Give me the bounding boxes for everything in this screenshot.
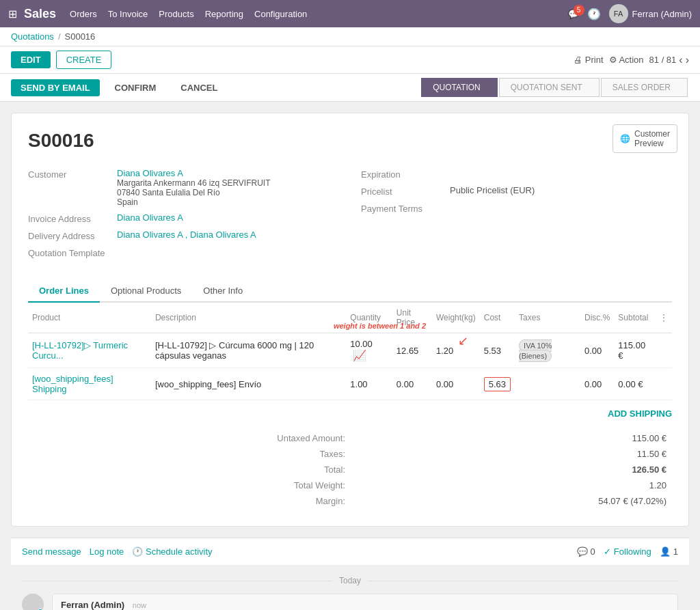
grid-icon[interactable]: ⊞ bbox=[8, 8, 17, 20]
globe-icon: 🌐 bbox=[620, 134, 630, 143]
row2-cost[interactable]: 5.63 bbox=[480, 368, 515, 400]
timeline-content: Ferran (Admin) now Sales Order created bbox=[52, 594, 678, 610]
action-link[interactable]: ⚙ Action bbox=[609, 55, 644, 65]
col-cost: Cost bbox=[480, 303, 515, 333]
summary-table: Untaxed Amount: 115.00 € Taxes: 11.50 € … bbox=[28, 430, 672, 510]
row2-unit-price: 0.00 bbox=[392, 368, 432, 400]
nav-reporting[interactable]: Reporting bbox=[205, 9, 243, 19]
step-sales-order[interactable]: SALES ORDER bbox=[601, 78, 688, 97]
invoice-address-field: Invoice Address Diana Olivares A bbox=[28, 212, 339, 224]
customer-preview-label: CustomerPreview bbox=[634, 129, 670, 148]
col-subtotal: Subtotal bbox=[614, 303, 656, 333]
breadcrumb-current: S00016 bbox=[65, 31, 96, 42]
customer-field: Customer Diana Olivares A Margarita Anke… bbox=[28, 168, 339, 207]
gear-icon: ⚙ bbox=[609, 55, 619, 65]
customer-label: Customer bbox=[28, 168, 117, 180]
pagination-prev[interactable]: ‹ bbox=[679, 54, 682, 66]
row2-disc: 0.00 bbox=[580, 368, 614, 400]
pricelist-value: Public Pricelist (EUR) bbox=[450, 185, 535, 195]
order-table-wrapper: weight is between 1 and 2 ↙ Product Desc… bbox=[28, 303, 672, 400]
followers-count[interactable]: 👤 1 bbox=[660, 546, 678, 557]
row2-taxes bbox=[515, 368, 580, 400]
total-weight-value: 1.20 bbox=[351, 478, 671, 493]
tab-order-lines[interactable]: Order Lines bbox=[28, 280, 100, 303]
bottom-right: 💬 0 ✓ Following 👤 1 bbox=[577, 546, 678, 557]
log-note-link[interactable]: Log note bbox=[90, 546, 124, 557]
nav-to-invoice[interactable]: To Invoice bbox=[108, 9, 148, 19]
print-link[interactable]: 🖨 Print bbox=[574, 55, 603, 65]
confirm-button[interactable]: CONFIRM bbox=[105, 79, 166, 96]
col-weight: Weight(kg) bbox=[432, 303, 480, 333]
col-actions: ⋮ bbox=[656, 303, 672, 333]
navbar: ⊞ Sales Orders To Invoice Products Repor… bbox=[0, 0, 700, 27]
annotation-arrow: ↙ bbox=[458, 333, 468, 348]
schedule-activity-link[interactable]: 🕐 Schedule activity bbox=[132, 546, 212, 557]
row1-action bbox=[656, 333, 672, 368]
send-email-button[interactable]: SEND BY EMAIL bbox=[11, 79, 100, 96]
tax-badge: IVA 10% (Bienes) bbox=[519, 339, 552, 362]
cancel-button[interactable]: CANCEL bbox=[171, 79, 227, 96]
row1-cost: 5.53 bbox=[480, 333, 515, 368]
messages-count: 💬 0 bbox=[577, 546, 595, 557]
following-button[interactable]: ✓ Following bbox=[604, 546, 651, 557]
navbar-right: 💬 5 🕐 FA Ferran (Admin) bbox=[568, 4, 692, 23]
user-name: Ferran (Admin) bbox=[632, 9, 692, 19]
customer-addr3: Spain bbox=[117, 197, 271, 207]
step-quotation-sent[interactable]: QUOTATION SENT bbox=[499, 78, 600, 97]
taxes-value: 11.50 € bbox=[351, 447, 671, 461]
tab-optional-products[interactable]: Optional Products bbox=[100, 280, 192, 303]
total-value: 126.50 € bbox=[351, 462, 671, 477]
nav-configuration[interactable]: Configuration bbox=[254, 9, 307, 19]
row1-description: [H-LL-10792] ▷ Cúrcuma 6000 mg | 120 cáp… bbox=[151, 333, 346, 368]
step-quotation[interactable]: QUOTATION bbox=[421, 78, 498, 97]
margin-value: 54.07 € (47.02%) bbox=[351, 494, 671, 508]
nav-orders[interactable]: Orders bbox=[70, 9, 97, 19]
chart-icon[interactable]: 📈 bbox=[353, 350, 366, 361]
row2-description: [woo_shipping_fees] Envío bbox=[151, 368, 346, 400]
summary-section: ADD SHIPPING Untaxed Amount: 115.00 € Ta… bbox=[28, 408, 672, 510]
untaxed-value: 115.00 € bbox=[351, 431, 671, 445]
clock-icon[interactable]: 🕐 bbox=[587, 8, 601, 20]
pagination-text: 81 / 81 bbox=[649, 55, 677, 65]
create-button[interactable]: CREATE bbox=[56, 51, 112, 69]
order-table: Product Description Quantity Unit Price … bbox=[28, 303, 672, 400]
pricelist-label: Pricelist bbox=[361, 185, 450, 197]
main-content: 🌐 CustomerPreview S00016 Customer Diana … bbox=[0, 102, 700, 610]
table-row: [woo_shipping_fees] Shipping [woo_shippi… bbox=[28, 368, 672, 400]
notification-badge[interactable]: 💬 5 bbox=[568, 9, 579, 19]
customer-preview-button[interactable]: 🌐 CustomerPreview bbox=[612, 124, 677, 153]
payment-terms-field: Payment Terms bbox=[361, 202, 672, 214]
row2-subtotal: 0.00 € bbox=[614, 368, 656, 400]
customer-addr2: 07840 Santa Eulalia Del Río bbox=[117, 188, 271, 197]
send-message-link[interactable]: Send message bbox=[22, 546, 81, 557]
col-description: Description bbox=[151, 303, 346, 333]
quotation-template-field: Quotation Template bbox=[28, 247, 339, 258]
row1-quantity: 10.00 📈 bbox=[346, 333, 392, 368]
bottom-bar: Send message Log note 🕐 Schedule activit… bbox=[11, 538, 689, 565]
row2-product[interactable]: [woo_shipping_fees] Shipping bbox=[28, 368, 151, 400]
timeline: Today Ferran (Admin) now Sales Order cre… bbox=[11, 565, 689, 610]
weight-annotation: weight is between 1 and 2 bbox=[334, 322, 426, 330]
customer-name[interactable]: Diana Olivares A bbox=[117, 168, 271, 178]
user-menu[interactable]: FA Ferran (Admin) bbox=[609, 4, 692, 23]
tab-other-info[interactable]: Other Info bbox=[192, 280, 254, 303]
print-icon: 🖨 bbox=[574, 55, 585, 65]
row1-product[interactable]: [H-LL-10792]▷ Turmeric Curcu... bbox=[28, 333, 151, 368]
nav-menu: Orders To Invoice Products Reporting Con… bbox=[70, 9, 568, 19]
fields-grid: Customer Diana Olivares A Margarita Anke… bbox=[28, 168, 672, 264]
row2-quantity: 1.00 bbox=[346, 368, 392, 400]
add-shipping-button[interactable]: ADD SHIPPING bbox=[28, 408, 672, 419]
breadcrumb-parent[interactable]: Quotations bbox=[11, 31, 54, 42]
row1-weight: 1.20 bbox=[432, 333, 480, 368]
status-steps: QUOTATION QUOTATION SENT SALES ORDER bbox=[421, 78, 689, 97]
total-label: Total: bbox=[29, 462, 349, 477]
invoice-address-value[interactable]: Diana Olivares A bbox=[117, 212, 183, 223]
edit-button[interactable]: EDIT bbox=[11, 51, 51, 68]
cost-highlight: 5.63 bbox=[484, 377, 511, 391]
nav-products[interactable]: Products bbox=[159, 9, 193, 19]
delivery-address-value[interactable]: Diana Olivares A , Diana Olivares A bbox=[117, 230, 256, 240]
row1-unit-price: 12.65 bbox=[392, 333, 432, 368]
pagination-next[interactable]: › bbox=[686, 54, 689, 66]
timeline-date: Today bbox=[22, 576, 678, 585]
row2-action bbox=[656, 368, 672, 400]
